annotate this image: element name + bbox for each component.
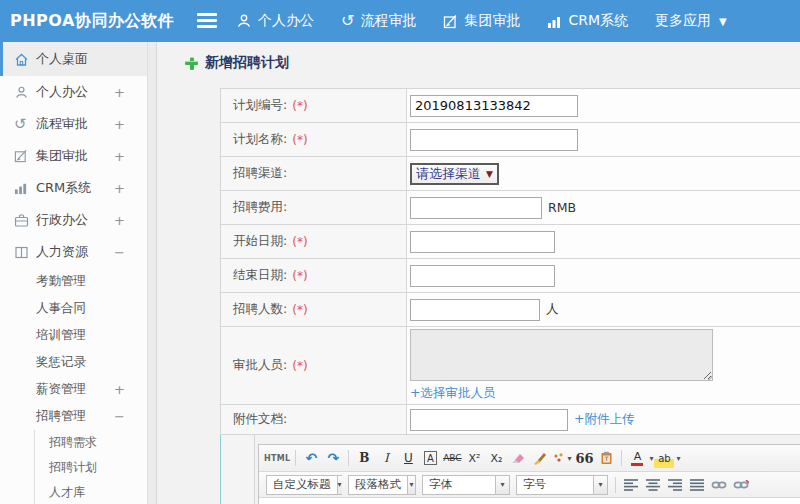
topnav-personal-office[interactable]: 个人办公 — [236, 12, 314, 30]
app-window: PHPOA协同办公软件 个人办公 ↺ 流程审批 集团审批 — [0, 0, 800, 504]
headcount-unit-label: 人 — [546, 301, 559, 318]
plan-name-input[interactable] — [410, 129, 578, 151]
underline-button[interactable]: U — [398, 448, 418, 468]
book-icon — [14, 245, 36, 260]
topnav-more-apps[interactable]: 更多应用 ▼ — [655, 12, 727, 30]
field-label: 开始日期: — [233, 233, 287, 250]
attachment-upload-link[interactable]: +附件上传 — [574, 411, 634, 428]
custom-title-select[interactable]: 自定义标题 ▾ — [266, 475, 342, 495]
sidebar-subitem-rewards[interactable]: 奖惩记录 — [0, 349, 147, 376]
align-right-icon[interactable] — [665, 475, 685, 495]
select-caret-icon: ▾ — [407, 476, 415, 494]
sidebar-item-crm[interactable]: CRM系统 + — [0, 172, 147, 204]
sidebar: 个人桌面 个人办公 + ↺ 流程审批 + 集团审批 + CRM系统 + — [0, 42, 148, 504]
align-center-icon[interactable] — [643, 475, 663, 495]
strikethrough-button[interactable]: ABC — [442, 448, 462, 468]
topnav-crm-system[interactable]: CRM系统 — [547, 12, 628, 30]
channel-select[interactable]: 请选择渠道 ▼ — [410, 163, 499, 185]
field-label: 计划名称: — [233, 131, 287, 148]
collapse-minus-icon[interactable]: − — [114, 245, 125, 260]
sidebar-subitem-label: 奖惩记录 — [36, 354, 86, 371]
form-row-start-date: 开始日期: (*) — [221, 225, 800, 259]
font-family-select[interactable]: 字体 ▾ — [422, 475, 510, 495]
end-date-input[interactable] — [410, 265, 555, 287]
process-cycle-icon: ↺ — [341, 13, 354, 29]
headcount-input[interactable] — [410, 299, 540, 321]
form-row-approvers: 审批人员: (*) +选择审批人员 — [221, 327, 800, 405]
format-brush-color-icon[interactable]: ▾ — [552, 448, 572, 468]
sidebar-item-label: 集团审批 — [36, 147, 88, 165]
plan-number-input[interactable] — [410, 95, 578, 117]
sidebar-subitem-hr-contract[interactable]: 人事合同 — [0, 295, 147, 322]
expand-plus-icon[interactable]: + — [114, 149, 125, 164]
sidebar-item-workflow-approval[interactable]: ↺ 流程审批 + — [0, 108, 147, 140]
bar-chart-icon — [547, 14, 562, 29]
start-date-input[interactable] — [410, 231, 555, 253]
choose-approvers-link[interactable]: +选择审批人员 — [410, 385, 495, 402]
home-icon — [14, 52, 36, 67]
font-size-select[interactable]: 字号 ▾ — [516, 475, 608, 495]
format-painter-brush-icon[interactable] — [530, 448, 550, 468]
collapse-minus-icon[interactable]: − — [114, 409, 125, 424]
dropdown-caret-icon: ▾ — [649, 454, 653, 463]
editor-content-area[interactable] — [259, 498, 800, 504]
sidebar-subsubitem-recruit-plan[interactable]: 招聘计划 — [35, 455, 147, 480]
sidebar-item-personal-office[interactable]: 个人办公 + — [0, 76, 147, 108]
paragraph-format-select[interactable]: 段落格式 ▾ — [348, 475, 416, 495]
dropdown-caret-icon: ▾ — [676, 454, 680, 463]
field-label: 招聘渠道: — [233, 165, 287, 182]
source-code-button[interactable]: HTML — [264, 448, 290, 468]
required-mark: (*) — [292, 269, 307, 283]
sidebar-subsubitem-recruit-demand[interactable]: 招聘需求 — [35, 430, 147, 455]
editor-toolbar-row2: 自定义标题 ▾ 段落格式 ▾ 字体 ▾ — [259, 472, 800, 498]
topnav-workflow-approval[interactable]: ↺ 流程审批 — [341, 12, 416, 30]
undo-button[interactable]: ↶ — [301, 448, 321, 468]
topnav-group-approval[interactable]: 集团审批 — [443, 12, 520, 30]
unlink-icon[interactable] — [731, 475, 751, 495]
required-mark: (*) — [292, 235, 307, 249]
user-icon — [236, 13, 252, 29]
insert-link-icon[interactable] — [709, 475, 729, 495]
sidebar-subitem-attendance[interactable]: 考勤管理 — [0, 268, 147, 295]
sidebar-subitem-recruit-mgmt[interactable]: 招聘管理 − — [0, 403, 147, 430]
sidebar-subitem-salary[interactable]: 薪资管理 + — [0, 376, 147, 403]
sidebar-item-hr[interactable]: 人力资源 − — [0, 236, 147, 268]
sidebar-splitter[interactable] — [148, 42, 157, 504]
subscript-button[interactable]: X₂ — [486, 448, 506, 468]
expand-plus-icon[interactable]: + — [114, 117, 125, 132]
form-row-headcount: 招聘人数: (*) 人 — [221, 293, 800, 327]
menu-toggle-icon[interactable] — [197, 13, 217, 29]
sidebar-subitem-label: 考勤管理 — [36, 273, 86, 290]
bar-chart-icon — [14, 181, 36, 195]
bold-button[interactable]: B — [354, 448, 374, 468]
sidebar-subsubitem-talent-pool[interactable]: 人才库 — [35, 480, 147, 504]
topnav-label: 更多应用 — [655, 12, 711, 30]
expand-plus-icon[interactable]: + — [114, 85, 125, 100]
select-caret-icon: ▾ — [495, 476, 509, 494]
attachment-input[interactable] — [410, 409, 568, 431]
paste-clipboard-icon[interactable]: T — [596, 448, 616, 468]
font-color-button[interactable]: A — [627, 448, 647, 468]
sidebar-item-group-approval[interactable]: 集团审批 + — [0, 140, 147, 172]
sidebar-item-admin-office[interactable]: 行政办公 + — [0, 204, 147, 236]
sidebar-item-desktop[interactable]: 个人桌面 — [0, 42, 147, 76]
recruit-submenu: 招聘需求 招聘计划 人才库 — [34, 430, 147, 504]
italic-button[interactable]: I — [376, 448, 396, 468]
expand-plus-icon[interactable]: + — [114, 213, 125, 228]
fee-input[interactable] — [410, 197, 542, 219]
redo-button[interactable]: ↷ — [323, 448, 343, 468]
highlight-color-button[interactable]: ab — [654, 448, 674, 468]
superscript-button[interactable]: X² — [464, 448, 484, 468]
form-row-fee: 招聘费用: RMB — [221, 191, 800, 225]
expand-plus-icon[interactable]: + — [114, 382, 125, 397]
page-header: 新增招聘计划 — [185, 54, 289, 72]
expand-plus-icon[interactable]: + — [114, 181, 125, 196]
field-label: 附件文档: — [233, 411, 287, 428]
align-justify-icon[interactable] — [687, 475, 707, 495]
align-left-icon[interactable] — [621, 475, 641, 495]
approvers-textarea[interactable] — [410, 329, 713, 381]
blockquote-button[interactable]: 66 — [574, 448, 594, 468]
font-border-button[interactable]: A — [424, 451, 437, 465]
sidebar-subitem-training[interactable]: 培训管理 — [0, 322, 147, 349]
remove-format-eraser-icon[interactable] — [508, 448, 528, 468]
